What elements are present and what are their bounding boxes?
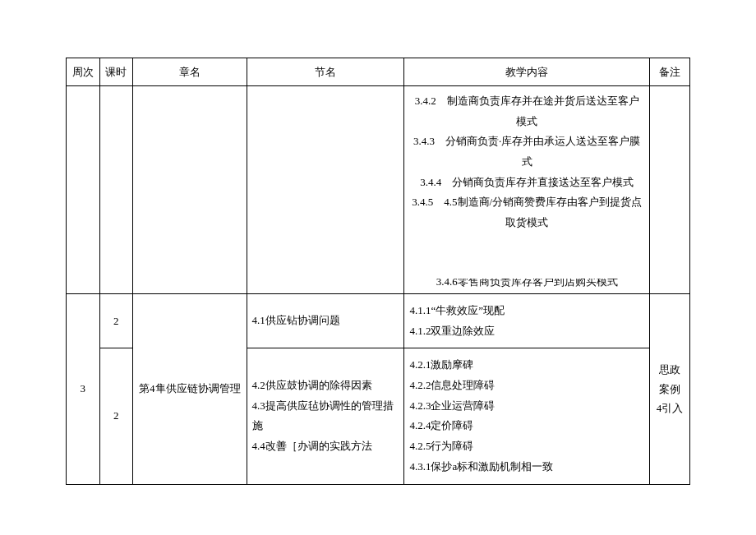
content-line: 3.4.2 制造商负责库存并在途并货后送达至客户模式 [409,91,643,131]
cell-chapter-3: 第4隼供应链协调管理 [133,294,247,485]
content-line: 4.1.1“牛救效应”现配 [409,301,643,321]
header-section: 节名 [247,58,404,86]
section-line: 4.3提高供应毡协调性的管理措施 [252,396,399,436]
cell-week-prev [67,86,100,294]
syllabus-table: 周次 课时 章名 节名 教学内容 备注 3.4.2 制造商负责库存并在途并货后送… [66,58,690,485]
content-line-cut: 3.4.6零售商负责库存客户到店购买模式 [409,279,643,293]
cell-section-3a: 4.1供应钻协调问题 [247,294,404,348]
header-week: 周次 [67,58,100,86]
header-hours: 课时 [99,58,133,86]
cell-hours-3a: 2 [99,294,133,348]
cell-chapter-prev [133,86,247,294]
content-line: 3.4.3 分销商负责·库存并由承运人送达至客户膜式 [409,131,643,172]
cell-section-prev [247,86,404,294]
cell-content-3a: 4.1.1“牛救效应”现配 4.1.2双重边除效应 [404,294,649,348]
table-row-3a: 3 2 第4隼供应链协调管理 4.1供应钻协调问题 4.1.1“牛救效应”现配 … [67,294,690,348]
cell-hours-3b: 2 [99,348,133,484]
table-row-prev: 3.4.2 制造商负责库存并在途并货后送达至客户模式 3.4.3 分销商负责·库… [67,86,690,294]
content-line: 3.4.5 4.5制造商/分销商赞费库存由客户到提货点取货模式 [409,192,643,233]
section-line: 4.2供应鼓协调的除得因素 [252,376,399,396]
content-line: 4.2.3企业运营障碍 [409,396,643,417]
remark-line: 案例 [652,380,688,399]
table-header-row: 周次 课时 章名 节名 教学内容 备注 [67,58,690,86]
content-line: 4.3.1保抄a标和激励机制相一致 [409,457,643,477]
content-line: 4.2.2信息处理障碍 [409,376,643,396]
cell-remark-prev [649,86,689,294]
cell-week-3: 3 [67,294,100,485]
content-line: 4.2.1激励摩碑 [409,355,643,376]
content-line: 4.2.5行为障碍 [409,436,643,457]
cell-remark-3: 思政 案例 4引入 [649,294,689,485]
remark-line: 4引入 [652,399,688,417]
content-line: 4.2.4定价障碍 [409,416,643,436]
section-line: 4.4改善［办调的实践方法 [252,436,399,457]
header-remark: 备注 [649,58,689,86]
remark-line: 思政 [652,360,688,379]
cell-hours-prev [99,86,133,294]
content-line: 4.1.2双重边除效应 [409,321,643,342]
cell-content-prev: 3.4.2 制造商负责库存并在途并货后送达至客户模式 3.4.3 分销商负责·库… [404,86,649,294]
cell-section-3b: 4.2供应鼓协调的除得因素 4.3提高供应毡协调性的管理措施 4.4改善［办调的… [247,348,404,484]
header-content: 教学内容 [404,58,649,86]
header-chapter: 章名 [133,58,247,86]
cell-content-3b: 4.2.1激励摩碑 4.2.2信息处理障碍 4.2.3企业运营障碍 4.2.4定… [404,348,649,484]
content-line: 3.4.4 分销商负责库存并直接送达至客户模式 [409,173,643,193]
